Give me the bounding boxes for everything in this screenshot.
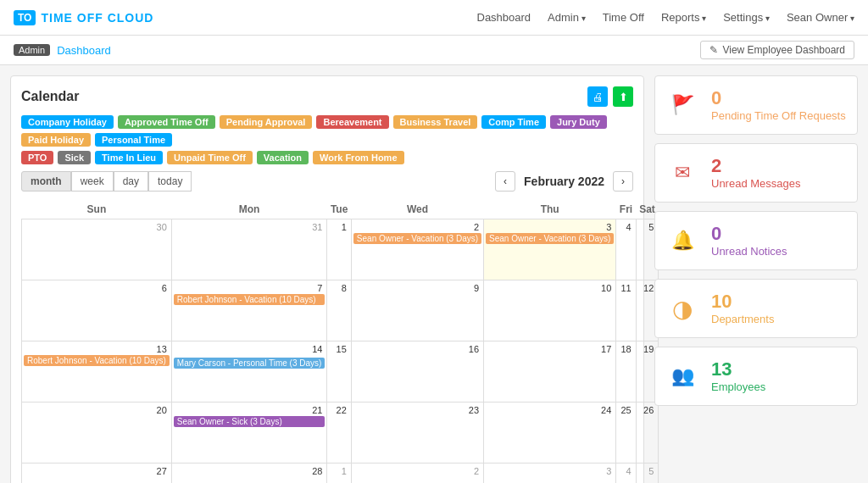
emp-count: 13: [711, 360, 765, 379]
print-icon[interactable]: 🖨: [587, 86, 608, 107]
edit-icon: ✎: [709, 44, 718, 56]
mail-icon: [665, 156, 699, 190]
users-icon: [665, 359, 699, 393]
legend-vacation: Vacation: [257, 151, 309, 164]
col-mon: Mon: [171, 200, 327, 219]
col-fri: Fri: [616, 200, 636, 219]
day-cell[interactable]: 6: [22, 280, 172, 341]
messages-info: 2 Unread Messages: [711, 157, 801, 190]
emp-label: Employees: [711, 380, 765, 393]
month-navigation: ‹ February 2022 ›: [495, 171, 633, 192]
day-cell[interactable]: 14 Mary Carson - Personal Time (3 Days): [171, 341, 327, 402]
day-cell[interactable]: 31: [171, 219, 327, 280]
share-icon[interactable]: ⬆: [613, 86, 633, 107]
bell-icon: [665, 224, 699, 258]
nav-dashboard[interactable]: Dashboard: [477, 11, 531, 24]
nav-user[interactable]: Sean Owner: [787, 11, 854, 24]
day-cell[interactable]: 24: [484, 402, 616, 464]
nav-admin[interactable]: Admin: [548, 11, 586, 24]
legend-pending: Pending Approval: [220, 115, 313, 129]
emp-info: 13 Employees: [711, 360, 765, 393]
day-cell[interactable]: 25: [616, 402, 636, 464]
pending-count: 0: [711, 89, 846, 108]
unread-notices-card[interactable]: 0 Unread Notices: [654, 211, 858, 270]
nav-timeoff[interactable]: Time Off: [603, 11, 644, 24]
departments-card[interactable]: 10 Departments: [654, 279, 858, 338]
nav-reports[interactable]: Reports: [661, 11, 706, 24]
day-cell[interactable]: 8: [327, 280, 351, 341]
day-cell[interactable]: 9: [351, 280, 483, 341]
logo[interactable]: TO TIME OFF CLOUD: [14, 10, 153, 25]
calendar-panel: Calendar 🖨 ⬆ Company Holiday Approved Ti…: [10, 75, 644, 483]
day-cell[interactable]: 22: [327, 402, 351, 464]
breadcrumb-left: Admin Dashboard: [14, 44, 111, 57]
day-cell[interactable]: 21 Sean Owner - Sick (3 Days): [171, 402, 327, 464]
day-cell[interactable]: 18: [616, 341, 636, 402]
pending-requests-card[interactable]: 0 Pending Time Off Requests: [654, 75, 858, 135]
employees-card[interactable]: 13 Employees: [654, 347, 858, 406]
legend-business: Business Travel: [393, 115, 478, 129]
day-cell[interactable]: 28: [171, 464, 327, 484]
view-controls: month week day today ‹ February 2022 ›: [21, 171, 633, 192]
view-today-button[interactable]: today: [148, 171, 192, 192]
legend-wfh: Work From Home: [313, 151, 403, 164]
day-cell[interactable]: 3: [484, 464, 616, 484]
event-bar[interactable]: Sean Owner - Vacation (3 Days): [353, 233, 481, 244]
legend-sick: Sick: [58, 151, 91, 164]
event-bar[interactable]: Sean Owner - Sick (3 Days): [174, 416, 326, 427]
pending-label: Pending Time Off Requests: [711, 109, 846, 122]
table-row: 20 21 Sean Owner - Sick (3 Days) 22 23 2…: [22, 402, 659, 464]
day-cell[interactable]: 17: [484, 341, 616, 402]
day-cell[interactable]: 30: [22, 219, 172, 280]
top-nav: TO TIME OFF CLOUD Dashboard Admin Time O…: [0, 0, 868, 36]
next-month-button[interactable]: ›: [613, 171, 633, 192]
flag-icon: [665, 88, 699, 122]
day-cell[interactable]: 15: [327, 341, 351, 402]
legend-comp: Comp Time: [481, 115, 546, 129]
day-cell[interactable]: 13 Robert Johnson - Vacation (10 Days): [22, 341, 172, 402]
nav-settings[interactable]: Settings: [723, 11, 770, 24]
table-row: 13 Robert Johnson - Vacation (10 Days) 1…: [22, 341, 659, 402]
logo-box: TO: [14, 10, 36, 25]
table-row: 27 28 1 2 3 4 5: [22, 464, 659, 484]
legend-paid: Paid Holiday: [21, 133, 91, 147]
view-month-button[interactable]: month: [21, 171, 71, 192]
table-row: 6 7 Robert Johnson - Vacation (10 Days) …: [22, 280, 659, 341]
view-day-button[interactable]: day: [114, 171, 148, 192]
day-cell[interactable]: 11: [616, 280, 636, 341]
notices-label: Unread Notices: [711, 245, 787, 258]
breadcrumb-page[interactable]: Dashboard: [57, 44, 111, 57]
day-cell[interactable]: 7 Robert Johnson - Vacation (10 Days): [171, 280, 327, 341]
legend-unpaid: Unpaid Time Off: [167, 151, 253, 164]
table-row: 30 31 1 2 Sean Owner - Vacation (3 Days)…: [22, 219, 659, 280]
day-cell[interactable]: 23: [351, 402, 483, 464]
notices-info: 0 Unread Notices: [711, 225, 787, 258]
day-cell[interactable]: 2 Sean Owner - Vacation (3 Days): [351, 219, 483, 280]
day-cell[interactable]: 2: [351, 464, 483, 484]
day-cell[interactable]: 20: [22, 402, 172, 464]
unread-messages-card[interactable]: 2 Unread Messages: [654, 143, 858, 203]
month-label: February 2022: [524, 175, 604, 188]
pending-info: 0 Pending Time Off Requests: [711, 89, 846, 122]
day-cell[interactable]: 16: [351, 341, 483, 402]
view-employee-dashboard-button[interactable]: ✎ View Employee Dashboard: [700, 41, 854, 59]
calendar-action-icons: 🖨 ⬆: [587, 86, 633, 107]
day-cell[interactable]: 4: [616, 464, 636, 484]
event-bar[interactable]: Robert Johnson - Vacation (10 Days): [174, 294, 326, 305]
day-cell[interactable]: 4: [616, 219, 636, 280]
day-cell[interactable]: 1: [327, 464, 351, 484]
prev-month-button[interactable]: ‹: [495, 171, 515, 192]
calendar-header: Calendar 🖨 ⬆: [21, 86, 633, 107]
day-cell[interactable]: 1: [327, 219, 351, 280]
event-bar[interactable]: Sean Owner - Vacation (3 Days): [486, 233, 614, 244]
breadcrumb: Admin Dashboard ✎ View Employee Dashboar…: [0, 36, 868, 65]
event-bar[interactable]: Mary Carson - Personal Time (3 Days): [174, 358, 326, 369]
admin-badge: Admin: [14, 44, 50, 56]
day-cell[interactable]: 27: [22, 464, 172, 484]
day-cell[interactable]: 10: [484, 280, 616, 341]
day-cell[interactable]: 3 Sean Owner - Vacation (3 Days): [484, 219, 616, 280]
view-week-button[interactable]: week: [71, 171, 114, 192]
calendar-grid: Sun Mon Tue Wed Thu Fri Sat 30 31 1 2: [21, 200, 659, 483]
event-bar[interactable]: Robert Johnson - Vacation (10 Days): [24, 355, 170, 366]
legend-personal: Personal Time: [95, 133, 172, 147]
